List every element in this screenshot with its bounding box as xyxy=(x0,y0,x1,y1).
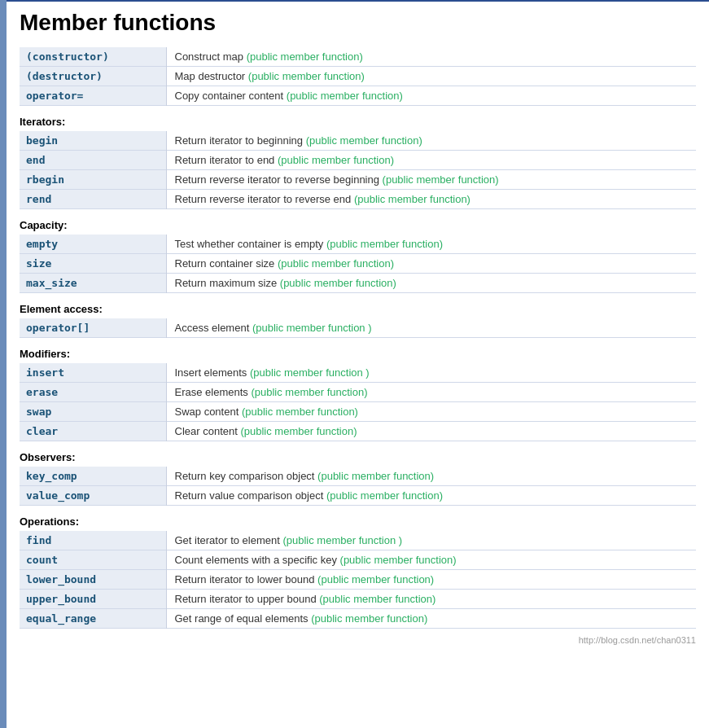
function-desc: Get range of equal elements (public memb… xyxy=(166,609,696,629)
table-row: max_sizeReturn maximum size (public memb… xyxy=(20,274,696,293)
section-label-element-access: Element access: xyxy=(20,296,696,318)
function-desc: Access element (public member function ) xyxy=(166,318,696,338)
function-name[interactable]: empty xyxy=(20,235,166,254)
function-desc: Return value comparison object (public m… xyxy=(166,486,696,506)
member-table: (constructor)Construct map (public membe… xyxy=(20,47,696,106)
table-row: value_compReturn value comparison object… xyxy=(20,486,696,506)
function-desc: Map destructor (public member function) xyxy=(166,67,696,86)
section-label-modifiers: Modifiers: xyxy=(20,341,696,363)
function-tag: (public member function) xyxy=(248,70,365,82)
left-bar xyxy=(0,0,7,728)
table-row: sizeReturn container size (public member… xyxy=(20,254,696,274)
function-desc: Swap content (public member function) xyxy=(166,402,696,422)
table-row: key_compReturn key comparison object (pu… xyxy=(20,467,696,486)
table-row: beginReturn iterator to beginning (publi… xyxy=(20,131,696,151)
member-table: beginReturn iterator to beginning (publi… xyxy=(20,131,696,209)
function-tag: (public member function) xyxy=(280,277,396,289)
function-tag: (public member function) xyxy=(317,573,434,585)
function-tag: (public member function) xyxy=(306,134,422,147)
table-row: endReturn iterator to end (public member… xyxy=(20,151,696,170)
function-tag: (public member function) xyxy=(287,90,403,102)
function-desc: Return key comparison object (public mem… xyxy=(166,467,696,486)
function-desc: Erase elements (public member function) xyxy=(166,383,696,402)
function-desc: Clear content (public member function) xyxy=(166,422,696,441)
function-name[interactable]: max_size xyxy=(20,274,166,293)
table-row: emptyTest whether container is empty (pu… xyxy=(20,235,696,254)
function-name[interactable]: count xyxy=(20,550,166,570)
function-tag: (public member function) xyxy=(383,173,499,186)
section-label-capacity: Capacity: xyxy=(20,213,696,235)
function-name[interactable]: rbegin xyxy=(20,170,166,190)
table-row: swapSwap content (public member function… xyxy=(20,402,696,422)
function-name[interactable]: size xyxy=(20,254,166,274)
function-name[interactable]: insert xyxy=(20,363,166,383)
table-row: rbeginReturn reverse iterator to reverse… xyxy=(20,170,696,190)
table-row: rendReturn reverse iterator to reverse e… xyxy=(20,190,696,209)
function-name[interactable]: find xyxy=(20,531,166,550)
function-desc: Return reverse iterator to reverse end (… xyxy=(166,190,696,209)
function-tag: (public member function) xyxy=(278,154,394,166)
function-tag: (public member function) xyxy=(354,193,470,205)
function-tag: (public member function) xyxy=(247,50,363,63)
table-row: equal_rangeGet range of equal elements (… xyxy=(20,609,696,629)
function-name[interactable]: value_comp xyxy=(20,486,166,506)
function-desc: Return reverse iterator to reverse begin… xyxy=(166,170,696,190)
function-tag: (public member function ) xyxy=(250,366,370,379)
function-desc: Return iterator to beginning (public mem… xyxy=(166,131,696,151)
function-name[interactable]: lower_bound xyxy=(20,570,166,590)
function-name[interactable]: key_comp xyxy=(20,467,166,486)
function-desc: Test whether container is empty (public … xyxy=(166,235,696,254)
function-desc: Return iterator to upper bound (public m… xyxy=(166,590,696,609)
table-row: (constructor)Construct map (public membe… xyxy=(20,47,696,67)
function-desc: Construct map (public member function) xyxy=(166,47,696,67)
table-row: countCount elements with a specific key … xyxy=(20,550,696,570)
function-desc: Get iterator to element (public member f… xyxy=(166,531,696,550)
function-name[interactable]: (constructor) xyxy=(20,47,166,67)
function-tag: (public member function) xyxy=(251,386,367,398)
function-name[interactable]: equal_range xyxy=(20,609,166,629)
function-tag: (public member function ) xyxy=(252,322,372,334)
function-desc: Insert elements (public member function … xyxy=(166,363,696,383)
table-row: operator[]Access element (public member … xyxy=(20,318,696,338)
function-tag: (public member function ) xyxy=(282,534,402,546)
table-row: insertInsert elements (public member fun… xyxy=(20,363,696,383)
member-table: key_compReturn key comparison object (pu… xyxy=(20,467,696,506)
member-table: findGet iterator to element (public memb… xyxy=(20,531,696,629)
page-title: Member functions xyxy=(20,10,696,39)
function-desc: Count elements with a specific key (publ… xyxy=(166,550,696,570)
function-desc: Copy container content (public member fu… xyxy=(166,86,696,106)
table-row: eraseErase elements (public member funct… xyxy=(20,383,696,402)
function-desc: Return iterator to end (public member fu… xyxy=(166,151,696,170)
member-table: operator[]Access element (public member … xyxy=(20,318,696,338)
member-table: insertInsert elements (public member fun… xyxy=(20,363,696,441)
function-desc: Return maximum size (public member funct… xyxy=(166,274,696,293)
function-name[interactable]: clear xyxy=(20,422,166,441)
section-label-observers: Observers: xyxy=(20,445,696,467)
function-name[interactable]: upper_bound xyxy=(20,590,166,609)
function-tag: (public member function) xyxy=(319,593,435,605)
table-row: (destructor)Map destructor (public membe… xyxy=(20,67,696,86)
function-name[interactable]: (destructor) xyxy=(20,67,166,86)
function-tag: (public member function) xyxy=(278,257,394,270)
function-name[interactable]: begin xyxy=(20,131,166,151)
table-row: operator=Copy container content (public … xyxy=(20,86,696,106)
function-name[interactable]: end xyxy=(20,151,166,170)
table-row: findGet iterator to element (public memb… xyxy=(20,531,696,550)
function-name[interactable]: operator= xyxy=(20,86,166,106)
function-name[interactable]: erase xyxy=(20,383,166,402)
function-tag: (public member function) xyxy=(240,425,357,437)
watermark: http://blog.csdn.net/chan0311 xyxy=(20,635,696,645)
function-desc: Return iterator to lower bound (public m… xyxy=(166,570,696,590)
member-table: emptyTest whether container is empty (pu… xyxy=(20,235,696,293)
section-label-operations: Operations: xyxy=(20,509,696,531)
table-row: clearClear content (public member functi… xyxy=(20,422,696,441)
main-content: Member functions (constructor)Construct … xyxy=(7,0,709,728)
function-tag: (public member function) xyxy=(317,470,434,482)
function-tag: (public member function) xyxy=(326,489,443,502)
function-name[interactable]: rend xyxy=(20,190,166,209)
function-name[interactable]: operator[] xyxy=(20,318,166,338)
function-name[interactable]: swap xyxy=(20,402,166,422)
section-label-iterators: Iterators: xyxy=(20,109,696,131)
function-tag: (public member function) xyxy=(326,238,443,250)
table-row: lower_boundReturn iterator to lower boun… xyxy=(20,570,696,590)
